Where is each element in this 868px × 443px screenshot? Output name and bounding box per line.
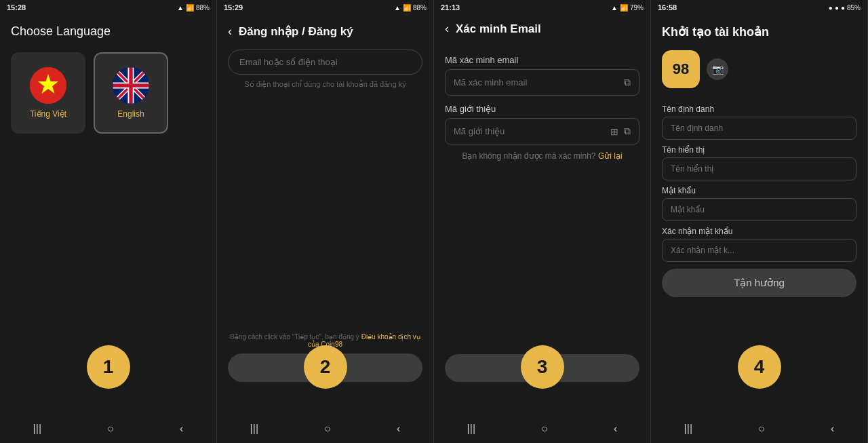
nav-bar-3: ||| ○ ‹	[434, 415, 650, 443]
nav-bar-2: ||| ○ ‹	[217, 415, 433, 443]
ten-dinh-danh-label: Tên định danh	[662, 104, 856, 114]
status-icons-3: ▲ 📶 79%	[611, 4, 644, 12]
screen4-title: Khởi tạo tài khoản	[662, 24, 856, 39]
signal-icon-3: ▲	[611, 4, 618, 12]
nav-menu-4[interactable]: |||	[684, 423, 692, 435]
screen2-header: ‹ Đăng nhập / Đăng ký	[228, 24, 422, 39]
ma-gioi-thieu-field: ⊞ ⧉	[445, 118, 639, 145]
status-icons-4: ● ● ● 85%	[829, 4, 861, 12]
page-title-1: Choose Language	[11, 24, 205, 39]
ten-dinh-danh-input[interactable]	[662, 117, 856, 140]
flag-viet	[30, 67, 66, 104]
status-bar-4: 16:58 ● ● ● 85%	[651, 0, 867, 15]
flag-uk	[113, 67, 149, 104]
step-circle-4: 4	[738, 345, 781, 389]
signal-icon-1: ▲	[177, 4, 184, 12]
status-bar-1: 15:28 ▲ 📶 88%	[0, 0, 216, 15]
lang-label-viet: Tiếng Việt	[30, 109, 66, 119]
enjoy-button[interactable]: Tận hưởng	[662, 269, 856, 297]
battery-icon-2: 88%	[413, 4, 427, 12]
battery-icon-3: 79%	[630, 4, 644, 12]
ten-hien-thi-label: Tên hiển thị	[662, 145, 856, 155]
nav-home-2[interactable]: ○	[324, 423, 331, 435]
step-circle-1: 1	[87, 345, 130, 389]
camera-icon[interactable]: 📷	[707, 58, 728, 80]
language-card-viet[interactable]: Tiếng Việt	[11, 52, 85, 134]
screen-3: 21:13 ▲ 📶 79% ‹ Xác minh Email Mã xác mi…	[434, 0, 651, 443]
status-icons-2: ▲ 📶 88%	[394, 4, 427, 12]
copy-icon-1[interactable]: ⧉	[624, 77, 631, 88]
ma-gioi-thieu-label: Mã giới thiệu	[445, 104, 639, 114]
screen-1: 15:28 ▲ 📶 88% Choose Language Tiếng Việt	[0, 0, 217, 443]
app-icon: 98	[662, 50, 700, 88]
ten-hien-thi-input[interactable]	[662, 157, 856, 180]
status-icons-1: ▲ 📶 88%	[177, 4, 210, 12]
step-circle-3: 3	[521, 345, 564, 389]
mat-khau-label: Mật khẩu	[662, 186, 856, 195]
status-bar-3: 21:13 ▲ 📶 79%	[434, 0, 650, 15]
nav-back-3[interactable]: ‹	[614, 423, 617, 435]
step-circle-2: 2	[304, 345, 347, 389]
dot-icon-2: ●	[835, 4, 839, 12]
nav-menu-3[interactable]: |||	[467, 423, 475, 435]
avatar-area: 98 📷	[662, 50, 856, 88]
screen3-title: Xác minh Email	[456, 22, 541, 36]
xac-nhan-label: Xác nhận mật khẩu	[662, 227, 856, 236]
ma-xac-minh-input[interactable]	[454, 77, 618, 88]
copy-icon-2[interactable]: ⧉	[624, 126, 631, 137]
ma-xac-minh-field: ⧉	[445, 69, 639, 96]
nav-menu-1[interactable]: |||	[33, 423, 41, 435]
resend-link[interactable]: Gửi lại	[598, 151, 623, 161]
email-phone-input[interactable]	[228, 50, 422, 75]
scan-icon[interactable]: ⊞	[610, 126, 618, 137]
nav-back-2[interactable]: ‹	[397, 423, 400, 435]
screen2-title: Đăng nhập / Đăng ký	[239, 24, 353, 39]
language-grid: Tiếng Việt	[11, 52, 205, 134]
status-time-3: 21:13	[441, 3, 460, 12]
ma-gioi-thieu-input[interactable]	[454, 126, 605, 136]
dot-icon-3: ●	[841, 4, 845, 12]
back-button-3[interactable]: ‹	[445, 22, 449, 36]
wifi-icon-3: 📶	[620, 4, 628, 12]
phone-hint: Số điện thoại chỉ dùng cho tài khoản đã …	[228, 80, 422, 89]
nav-home-4[interactable]: ○	[758, 423, 765, 435]
ma-xac-minh-label: Mã xác minh email	[445, 55, 639, 65]
battery-icon-1: 88%	[196, 4, 210, 12]
wifi-icon-2: 📶	[403, 4, 411, 12]
battery-icon-4: 85%	[847, 4, 861, 12]
screen-2: 15:29 ▲ 📶 88% ‹ Đăng nhập / Đăng ký Số đ…	[217, 0, 434, 443]
nav-back-1[interactable]: ‹	[180, 423, 183, 435]
nav-bar-1: ||| ○ ‹	[0, 415, 216, 443]
language-card-english[interactable]: English	[94, 52, 168, 134]
mat-khau-input[interactable]	[662, 198, 856, 221]
wifi-icon-1: 📶	[186, 4, 194, 12]
nav-bar-4: ||| ○ ‹	[651, 415, 867, 443]
signal-icon-2: ▲	[394, 4, 401, 12]
resend-text: Bạn không nhận được mã xác minh? Gửi lại	[445, 151, 639, 161]
dot-icon-1: ●	[829, 4, 833, 12]
nav-home-1[interactable]: ○	[107, 423, 114, 435]
xac-nhan-input[interactable]	[662, 239, 856, 262]
nav-back-4[interactable]: ‹	[831, 423, 834, 435]
nav-menu-2[interactable]: |||	[250, 423, 258, 435]
nav-home-3[interactable]: ○	[541, 423, 548, 435]
back-button-2[interactable]: ‹	[228, 24, 232, 39]
screen-4: 16:58 ● ● ● 85% Khởi tạo tài khoản 98 📷 …	[651, 0, 868, 443]
status-bar-2: 15:29 ▲ 📶 88%	[217, 0, 433, 15]
status-time-2: 15:29	[224, 3, 243, 12]
status-time-4: 16:58	[658, 3, 677, 12]
screen3-header: ‹ Xác minh Email	[445, 22, 639, 36]
lang-label-english: English	[117, 109, 144, 119]
status-time-1: 15:28	[7, 3, 26, 12]
